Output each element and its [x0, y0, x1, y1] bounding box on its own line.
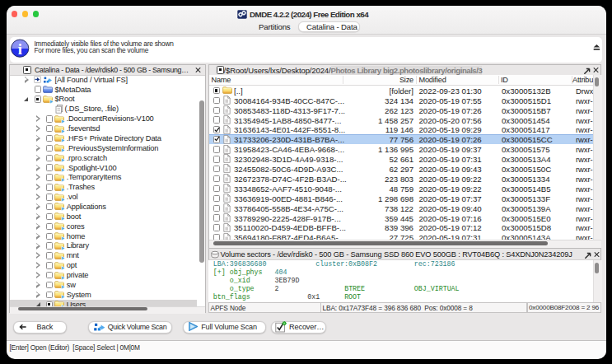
- svg-text:i: i: [17, 41, 21, 58]
